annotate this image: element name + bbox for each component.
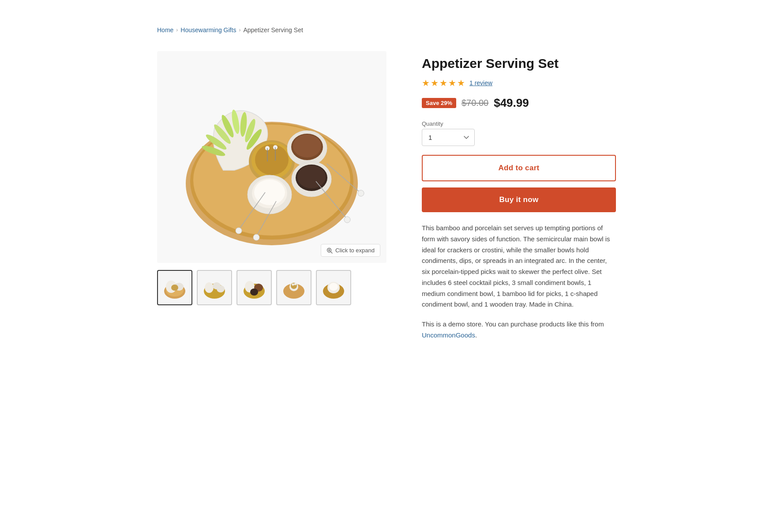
star-rating: ★ ★ ★ ★ ★ <box>422 78 465 88</box>
svg-point-55 <box>292 284 294 286</box>
svg-point-23 <box>297 165 326 188</box>
thumbnail-3[interactable] <box>236 270 272 305</box>
price-row: Save 29% $70.00 $49.99 <box>422 96 616 110</box>
quantity-wrapper: 1 2 3 4 5 <box>422 129 475 146</box>
breadcrumb: Home › Housewarming Gifts › Appetizer Se… <box>157 26 616 34</box>
original-price: $70.00 <box>462 98 488 108</box>
demo-note-suffix: . <box>475 331 477 339</box>
svg-point-20 <box>293 135 321 157</box>
click-to-expand-button[interactable]: Click to expand <box>321 244 380 257</box>
click-to-expand-label: Click to expand <box>335 247 375 254</box>
svg-point-59 <box>329 283 338 291</box>
uncommongoods-link[interactable]: UncommonGoods <box>422 331 475 339</box>
thumbnail-5[interactable] <box>316 270 351 305</box>
demo-note-prefix: This is a demo store. You can purchase p… <box>422 320 604 328</box>
breadcrumb-sep-1: › <box>176 27 178 33</box>
svg-line-36 <box>331 251 333 253</box>
add-to-cart-button[interactable]: Add to cart <box>422 155 616 181</box>
product-description: This bamboo and porcelain set serves up … <box>422 223 616 310</box>
breadcrumb-home[interactable]: Home <box>157 26 173 34</box>
product-main-image <box>157 60 386 254</box>
thumbnail-strip <box>157 270 386 305</box>
svg-point-30 <box>253 234 259 240</box>
save-badge: Save 29% <box>422 98 456 108</box>
breadcrumb-category[interactable]: Housewarming Gifts <box>180 26 236 34</box>
sale-price: $49.99 <box>494 96 529 110</box>
svg-point-47 <box>217 285 225 292</box>
quantity-label: Quantity <box>422 120 616 127</box>
star-4: ★ <box>448 78 456 88</box>
svg-point-34 <box>358 190 364 196</box>
rating-row: ★ ★ ★ ★ ★ 1 review <box>422 78 616 88</box>
buy-now-button[interactable]: Buy it now <box>422 187 616 212</box>
breadcrumb-sep-2: › <box>239 27 240 33</box>
breadcrumb-current: Appetizer Serving Set <box>243 26 303 34</box>
svg-point-28 <box>236 228 242 234</box>
svg-point-56 <box>294 283 296 285</box>
svg-point-45 <box>205 282 214 293</box>
star-3: ★ <box>439 78 447 88</box>
star-2: ★ <box>431 78 439 88</box>
star-5: ★ <box>457 78 465 88</box>
main-image-container: Click to expand <box>157 51 386 263</box>
quantity-select[interactable]: 1 2 3 4 5 <box>422 129 475 146</box>
product-title: Appetizer Serving Set <box>422 56 616 71</box>
product-images-section: Click to expand <box>157 51 386 305</box>
star-1: ★ <box>422 78 430 88</box>
svg-point-43 <box>171 285 178 291</box>
demo-store-note: This is a demo store. You can purchase p… <box>422 319 616 341</box>
svg-point-32 <box>344 217 350 223</box>
thumbnail-1[interactable] <box>157 270 192 305</box>
thumbnail-2[interactable] <box>197 270 232 305</box>
review-count[interactable]: 1 review <box>469 79 492 86</box>
svg-point-13 <box>255 144 289 175</box>
expand-icon <box>326 247 333 254</box>
svg-point-51 <box>250 288 258 296</box>
product-info-section: Appetizer Serving Set ★ ★ ★ ★ ★ 1 review… <box>422 51 616 341</box>
thumbnail-4[interactable] <box>276 270 311 305</box>
